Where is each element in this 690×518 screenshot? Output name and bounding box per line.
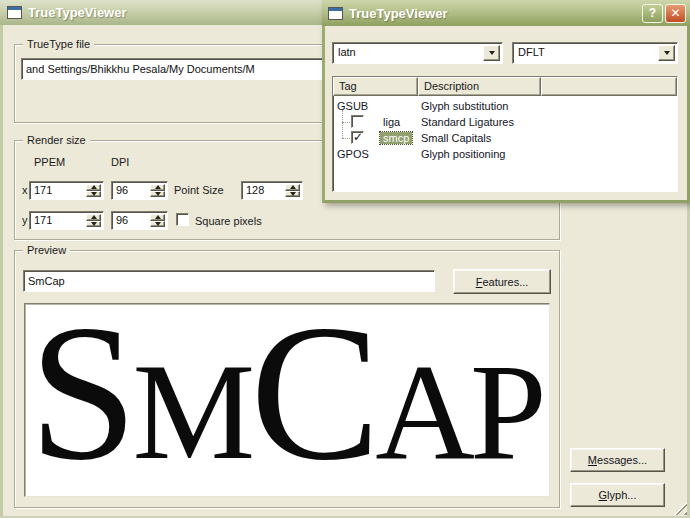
x-ppem-spinner[interactable]: 171: [29, 181, 104, 200]
spin-up-icon: [290, 185, 296, 189]
point-size-label: Point Size: [174, 184, 224, 196]
x-row-label: x: [22, 184, 28, 196]
y-ppem-spinner[interactable]: 171: [29, 211, 104, 230]
feature-tag: liga: [380, 116, 403, 128]
feature-row-gsub[interactable]: GSUB Glyph substitution: [333, 98, 677, 114]
dialog-client-area: latn DFLT Tag Description GSUB Glyph sub…: [325, 26, 687, 200]
feature-description: Glyph positioning: [421, 148, 505, 160]
rendered-smallcap: AP: [375, 335, 541, 488]
preview-text-input[interactable]: [23, 270, 435, 292]
feature-row-liga[interactable]: liga Standard Ligatures: [333, 114, 677, 130]
spin-down-icon: [91, 192, 97, 196]
rendered-capital: C: [250, 303, 375, 497]
spin-up-icon: [91, 215, 97, 219]
spin-down-button[interactable]: [150, 191, 165, 198]
close-icon: ✕: [670, 6, 680, 20]
liga-checkbox[interactable]: [351, 115, 364, 128]
feature-description: Standard Ligatures: [421, 116, 514, 128]
dialog-title: TrueTypeViewer: [349, 6, 448, 21]
application-icon: [7, 6, 22, 19]
feature-row-gpos[interactable]: GPOS Glyph positioning: [333, 146, 677, 162]
feature-description: Glyph substitution: [421, 100, 508, 112]
features-button-label: eatures...: [482, 276, 528, 288]
square-pixels-label: Square pixels: [195, 215, 262, 227]
truetype-file-group-label: TrueType file: [23, 38, 94, 50]
tree-line: [342, 122, 350, 123]
feature-table-header: Tag Description: [333, 77, 677, 96]
truetypeviewer-app: TrueTypeViewer TrueType file Render size…: [0, 0, 690, 518]
spin-down-button[interactable]: [86, 191, 101, 198]
feature-table: Tag Description GSUB Glyph substitution …: [332, 76, 678, 192]
close-button[interactable]: ✕: [665, 4, 686, 23]
language-combobox[interactable]: DFLT: [512, 42, 678, 64]
window-border-left: [0, 25, 3, 518]
dialog-titlebar[interactable]: TrueTypeViewer ? ✕: [322, 0, 690, 26]
help-button[interactable]: ?: [642, 4, 663, 23]
spin-down-button[interactable]: [150, 221, 165, 228]
ppem-column-label: PPEM: [34, 156, 65, 168]
y-dpi-spinner[interactable]: 96: [111, 211, 168, 230]
feature-tag: GPOS: [337, 148, 369, 160]
x-dpi-spinner[interactable]: 96: [111, 181, 168, 200]
spin-up-icon: [91, 185, 97, 189]
tag-column-header[interactable]: Tag: [333, 77, 418, 96]
spin-down-icon: [91, 222, 97, 226]
dialog-icon: [328, 7, 343, 20]
feature-row-smcp[interactable]: ✓ smcp Small Capitals: [333, 130, 677, 146]
description-column-header[interactable]: Description: [418, 77, 541, 96]
spin-down-icon: [155, 222, 161, 226]
smcp-checkbox[interactable]: ✓: [351, 131, 364, 144]
dpi-column-label: DPI: [111, 156, 129, 168]
glyph-button-label: lyph...: [607, 489, 636, 501]
language-combobox-value: DFLT: [513, 43, 677, 61]
point-size-spinner[interactable]: 128: [241, 181, 303, 200]
glyph-button-mnemonic: G: [599, 489, 608, 501]
check-icon: ✓: [353, 130, 363, 144]
feature-description: Small Capitals: [421, 132, 491, 144]
tree-line: [342, 122, 343, 138]
messages-button-mnemonic: M: [588, 454, 597, 466]
combo-dropdown-button[interactable]: [658, 45, 675, 61]
filler-column-header: [541, 77, 677, 96]
feature-tag-selected: smcp: [380, 132, 412, 144]
spin-down-icon: [155, 192, 161, 196]
help-icon: ?: [649, 6, 656, 20]
render-size-group-label: Render size: [23, 134, 90, 146]
tree-line: [342, 110, 343, 122]
preview-group-label: Preview: [23, 244, 70, 256]
features-button[interactable]: Features...: [453, 269, 551, 294]
messages-button-label: essages...: [597, 454, 647, 466]
spin-down-icon: [290, 192, 296, 196]
square-pixels-checkbox[interactable]: [176, 213, 189, 226]
combo-dropdown-button[interactable]: [483, 45, 500, 61]
glyph-preview-canvas: SMCAP: [24, 303, 550, 497]
tree-line: [342, 138, 350, 139]
features-dialog: TrueTypeViewer ? ✕ latn DFLT Tag Descrip…: [322, 0, 690, 203]
chevron-down-icon: [489, 51, 495, 55]
chevron-down-icon: [664, 51, 670, 55]
y-row-label: y: [22, 214, 28, 226]
script-combobox[interactable]: latn: [332, 42, 503, 64]
rendered-sample-text: SMCAP: [29, 303, 542, 497]
spin-up-icon: [155, 215, 161, 219]
glyph-button[interactable]: Glyph...: [570, 483, 665, 507]
messages-button[interactable]: Messages...: [570, 448, 665, 472]
main-window-title: TrueTypeViewer: [28, 5, 127, 20]
resize-grip[interactable]: [674, 502, 687, 515]
spin-down-button[interactable]: [285, 191, 300, 198]
rendered-capital: S: [29, 303, 132, 497]
script-combobox-value: latn: [333, 43, 502, 61]
rendered-smallcap: M: [132, 335, 250, 488]
spin-down-button[interactable]: [86, 221, 101, 228]
spin-up-icon: [155, 185, 161, 189]
